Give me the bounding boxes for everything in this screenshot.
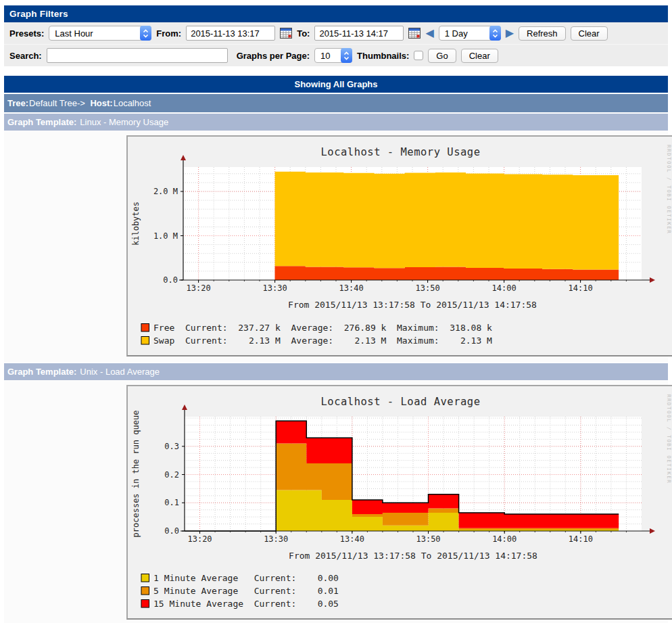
clear-button-row1[interactable]: Clear — [571, 26, 608, 41]
graph-template-value: Linux - Memory Usage — [80, 117, 168, 127]
search-label: Search: — [9, 51, 42, 61]
filter-row-search: Search: Graphs per Page: 10 Thumbnails: … — [4, 44, 668, 66]
thumbnails-checkbox[interactable] — [414, 51, 423, 60]
svg-text:0.1: 0.1 — [164, 498, 179, 507]
svg-text:13:50: 13:50 — [416, 283, 440, 293]
svg-text:13:40: 13:40 — [340, 534, 364, 544]
host-label: Host: — [90, 98, 112, 108]
tree-value[interactable]: Default Tree-> — [29, 98, 85, 108]
svg-text:0.0: 0.0 — [163, 275, 178, 285]
search-input[interactable] — [47, 48, 228, 63]
graph-section-memory: Localhost - Memory Usagekilobytes13:2013… — [4, 131, 668, 362]
graph-template-label: Graph Template: — [7, 367, 76, 377]
select-stepper-icon — [140, 26, 151, 41]
svg-text:14:10: 14:10 — [569, 283, 593, 293]
svg-text:2.0 M: 2.0 M — [153, 187, 178, 196]
graphs-per-page-value: 10 — [315, 51, 335, 61]
svg-text:15 Minute Average Current:: 15 Minute Average Current: 0.05 — [153, 599, 339, 609]
presets-select[interactable]: Last Hour — [49, 26, 151, 41]
memory-usage-graph[interactable]: Localhost - Memory Usagekilobytes13:2013… — [126, 135, 672, 356]
svg-text:13:20: 13:20 — [187, 283, 211, 293]
svg-text:kilobytes: kilobytes — [131, 202, 141, 246]
filter-rows: Presets: Last Hour From: To: — [4, 22, 668, 66]
svg-text:14:00: 14:00 — [492, 283, 517, 293]
select-stepper-icon — [489, 26, 501, 41]
svg-text:5 Minute Average Current:: 5 Minute Average Current: 0.01 — [153, 586, 339, 596]
graph-template-label: Graph Template: — [7, 117, 76, 127]
breadcrumb: Tree:Default Tree-> Host:Localhost — [4, 94, 668, 112]
svg-text:14:00: 14:00 — [492, 534, 517, 544]
to-date-input[interactable] — [314, 26, 404, 41]
svg-text:1 Minute Average Current:: 1 Minute Average Current: 0.00 — [153, 573, 339, 583]
svg-text:Swap Current: 2.13 M Aver: Swap Current: 2.13 M Average: 2.13 M Max… — [153, 336, 492, 346]
presets-label: Presets: — [9, 28, 44, 39]
svg-text:1.0 M: 1.0 M — [153, 231, 178, 241]
memory-usage-chart: Localhost - Memory Usagekilobytes13:2013… — [128, 137, 672, 355]
graphs-per-page-select[interactable]: 10 — [314, 48, 352, 63]
load-average-chart: Localhost - Load Averageprocesses in the… — [128, 386, 672, 618]
select-stepper-icon — [341, 48, 352, 63]
svg-text:13:50: 13:50 — [416, 534, 440, 544]
svg-text:Free Current: 237.27 k Aver: Free Current: 237.27 k Average: 276.89 k… — [153, 323, 492, 333]
clear-button-row2[interactable]: Clear — [461, 49, 498, 63]
svg-text:13:30: 13:30 — [264, 534, 288, 544]
from-label: From: — [156, 28, 181, 39]
showing-all-graphs-header: Showing All Graphs — [4, 76, 668, 93]
thumbnails-label: Thumbnails: — [357, 51, 409, 61]
svg-text:0.3: 0.3 — [164, 442, 179, 451]
graph-filters-header: Graph Filters — [4, 5, 668, 22]
svg-text:Localhost - Memory Usage: Localhost - Memory Usage — [321, 146, 481, 158]
svg-text:RRDTOOL / TOBI OETIKER: RRDTOOL / TOBI OETIKER — [666, 145, 672, 234]
svg-text:14:10: 14:10 — [569, 534, 593, 544]
shift-select-value: 1 Day — [439, 28, 473, 39]
svg-text:0.0: 0.0 — [164, 526, 179, 536]
filter-row-time: Presets: Last Hour From: To: — [4, 22, 668, 44]
refresh-button[interactable]: Refresh — [519, 26, 566, 41]
from-date-input[interactable] — [186, 26, 275, 41]
graph-template-header-load: Graph Template:Unix - Load Average — [4, 363, 668, 380]
svg-text:From 2015/11/13 13:17:58 To 20: From 2015/11/13 13:17:58 To 2015/11/13 1… — [289, 551, 537, 561]
go-button[interactable]: Go — [428, 49, 456, 63]
svg-text:From 2015/11/13 13:17:58 To 20: From 2015/11/13 13:17:58 To 2015/11/13 1… — [288, 300, 537, 310]
page: Graph Filters Presets: Last Hour From: T… — [0, 0, 672, 623]
svg-text:13:40: 13:40 — [339, 283, 364, 293]
to-label: To: — [297, 28, 310, 39]
graphs-per-page-label: Graphs per Page: — [237, 51, 310, 61]
svg-text:13:30: 13:30 — [263, 283, 287, 293]
graph-template-value: Unix - Load Average — [80, 367, 160, 377]
shift-forward-arrow-icon[interactable]: ▶ — [506, 28, 514, 39]
shift-back-arrow-icon[interactable]: ◀ — [425, 28, 433, 39]
host-value[interactable]: Localhost — [114, 98, 151, 108]
presets-select-value: Last Hour — [49, 28, 98, 39]
svg-text:0.2: 0.2 — [164, 470, 179, 480]
shift-select[interactable]: 1 Day — [439, 26, 501, 41]
graph-section-load: Localhost - Load Averageprocesses in the… — [4, 380, 668, 623]
svg-text:13:20: 13:20 — [187, 534, 212, 544]
to-calendar-icon[interactable] — [408, 28, 421, 39]
tree-label: Tree: — [7, 98, 28, 108]
graph-filters-panel: Graph Filters Presets: Last Hour From: T… — [4, 5, 668, 66]
svg-text:processes in the run queue: processes in the run queue — [131, 411, 141, 538]
load-average-graph[interactable]: Localhost - Load Averageprocesses in the… — [126, 385, 672, 620]
graph-template-header-memory: Graph Template:Linux - Memory Usage — [4, 114, 668, 131]
svg-text:RRDTOOL / TOBI OETIKER: RRDTOOL / TOBI OETIKER — [666, 394, 672, 484]
from-calendar-icon[interactable] — [280, 28, 292, 39]
svg-text:Localhost - Load Average: Localhost - Load Average — [321, 396, 481, 408]
